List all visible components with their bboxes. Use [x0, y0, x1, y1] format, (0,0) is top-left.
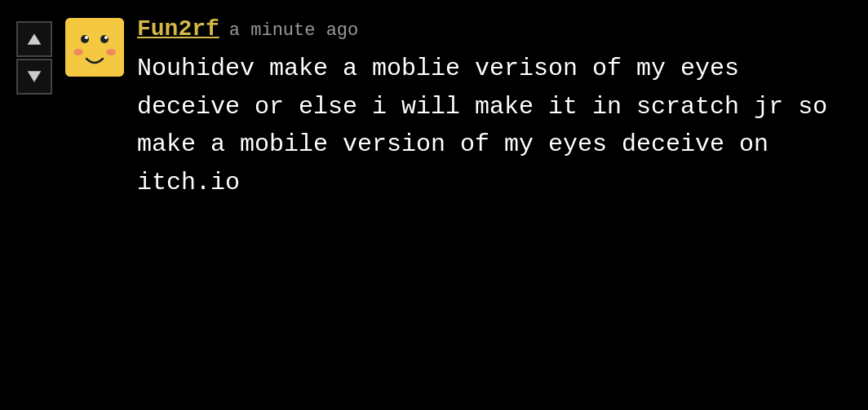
comment: Fun2rf a minute ago Nouhidev make a mobl…	[16, 16, 852, 201]
upvote-icon	[26, 31, 42, 47]
svg-marker-1	[28, 71, 42, 82]
svg-point-6	[104, 36, 108, 39]
downvote-button[interactable]	[16, 59, 52, 95]
comment-body: Fun2rf a minute ago Nouhidev make a mobl…	[137, 16, 852, 201]
svg-rect-2	[65, 18, 124, 77]
svg-point-7	[73, 49, 83, 55]
timestamp: a minute ago	[229, 20, 358, 41]
comment-text: Nouhidev make a moblie verison of my eye…	[137, 50, 852, 201]
avatar-image	[65, 18, 124, 77]
svg-point-8	[106, 49, 116, 55]
vote-controls	[16, 21, 52, 95]
svg-point-4	[100, 35, 108, 43]
comment-header: Fun2rf a minute ago	[137, 16, 852, 42]
username[interactable]: Fun2rf	[137, 16, 219, 42]
svg-marker-0	[28, 33, 42, 44]
downvote-icon	[26, 68, 42, 85]
upvote-button[interactable]	[16, 21, 52, 57]
avatar	[65, 18, 124, 77]
svg-point-3	[81, 35, 89, 43]
svg-point-5	[85, 36, 88, 39]
